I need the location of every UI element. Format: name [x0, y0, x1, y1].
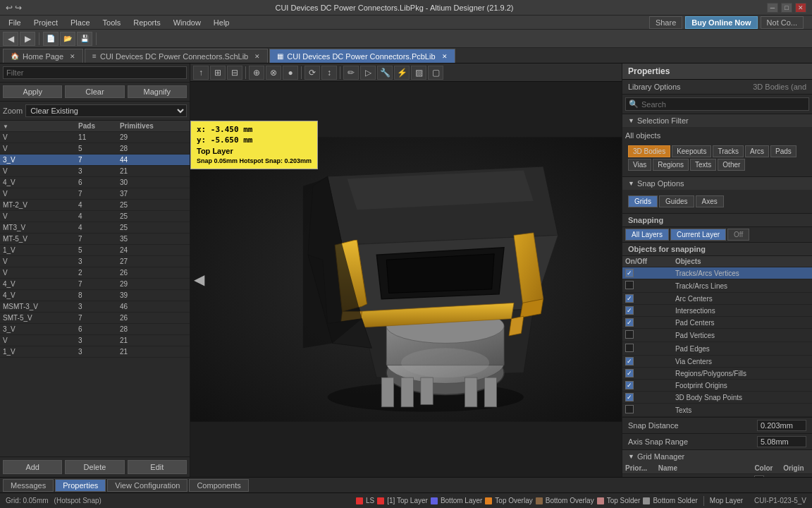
- grid-col-name[interactable]: Name: [656, 463, 752, 474]
- menu-project[interactable]: Project: [28, 16, 63, 30]
- snapping-row[interactable]: Via Centers: [622, 356, 812, 368]
- undo-icon[interactable]: ↩: [6, 3, 13, 13]
- table-row[interactable]: 4_V 7 29: [0, 279, 190, 290]
- snap-current-layer[interactable]: Current Layer: [670, 229, 726, 241]
- filter-tracks[interactable]: Tracks: [713, 145, 744, 157]
- properties-search[interactable]: [641, 100, 806, 109]
- tab-properties[interactable]: Properties: [55, 479, 106, 492]
- pencil-canvas[interactable]: ✏: [343, 66, 359, 80]
- lightning-canvas[interactable]: ⚡: [394, 66, 410, 80]
- filter-other[interactable]: Other: [718, 159, 745, 171]
- snapping-row[interactable]: Intersections: [622, 305, 812, 317]
- table-row[interactable]: SMT-5_V 7 26: [0, 313, 190, 324]
- filter-arcs[interactable]: Arcs: [745, 145, 769, 157]
- table-row[interactable]: V 3 27: [0, 256, 190, 267]
- rect-canvas[interactable]: ▢: [428, 66, 443, 80]
- snapping-row[interactable]: Pad Vertices: [622, 329, 812, 342]
- col-pads[interactable]: Pads: [75, 121, 117, 132]
- table-row[interactable]: V 3 21: [0, 166, 190, 177]
- table-row[interactable]: V 3 21: [0, 335, 190, 346]
- route-button[interactable]: ↑: [193, 66, 209, 80]
- apply-button[interactable]: Apply: [3, 85, 62, 98]
- menu-place[interactable]: Place: [65, 16, 96, 30]
- zoom-select[interactable]: Clear Existing: [25, 104, 187, 117]
- tab-schlib[interactable]: ≡ CUI Devices DC Power Connectors.SchLib…: [85, 49, 268, 63]
- tab-pcblib[interactable]: ▦ CUI Devices DC Power Connectors.PcbLib…: [269, 49, 455, 63]
- tab-home-close[interactable]: ✕: [70, 53, 75, 60]
- rotate-canvas[interactable]: ⟳: [304, 66, 320, 80]
- buy-online-button[interactable]: Buy Online Now: [685, 16, 757, 29]
- col-objects[interactable]: Objects: [672, 256, 812, 267]
- col-name[interactable]: ▼: [0, 121, 75, 132]
- table-row[interactable]: V 11 29: [0, 132, 190, 143]
- table-row[interactable]: V 4 25: [0, 211, 190, 222]
- save-button[interactable]: 💾: [77, 32, 92, 46]
- table-row[interactable]: MT3_V 4 25: [0, 222, 190, 234]
- filter-texts[interactable]: Texts: [690, 159, 716, 171]
- filter-vias[interactable]: Vias: [628, 159, 651, 171]
- forward-button[interactable]: ▶: [20, 32, 35, 46]
- table-row[interactable]: 4_V 8 39: [0, 290, 190, 301]
- snapping-row[interactable]: Regions/Polygons/Fills: [622, 368, 812, 380]
- snap-axes-btn[interactable]: Axes: [696, 195, 724, 207]
- pan-left-arrow[interactable]: ◀: [194, 271, 204, 288]
- snapping-row[interactable]: Track/Arcs Lines: [622, 279, 812, 293]
- via-button[interactable]: ⊟: [227, 66, 242, 80]
- flip-canvas[interactable]: ↕: [321, 66, 337, 80]
- snapping-row[interactable]: Arc Centers: [622, 293, 812, 305]
- table-row[interactable]: 3_V 6 28: [0, 324, 190, 335]
- menu-window[interactable]: Window: [168, 16, 207, 30]
- snap-all-layers[interactable]: All Layers: [625, 229, 669, 241]
- tab-messages[interactable]: Messages: [3, 479, 54, 492]
- table-row[interactable]: MSMT-3_V 3 46: [0, 301, 190, 313]
- snapping-row[interactable]: Pad Edges: [622, 342, 812, 356]
- menu-help[interactable]: Help: [208, 16, 235, 30]
- fit-canvas[interactable]: ●: [283, 66, 298, 80]
- snap-off[interactable]: Off: [727, 229, 749, 241]
- table-row[interactable]: 4_V 6 30: [0, 177, 190, 188]
- close-button[interactable]: ✕: [795, 3, 806, 13]
- snapping-row[interactable]: Pad Centers: [622, 317, 812, 329]
- filter-regions[interactable]: Regions: [653, 159, 689, 171]
- grid-manager-header[interactable]: ▼ Grid Manager: [622, 450, 812, 463]
- menu-tools[interactable]: Tools: [97, 16, 127, 30]
- table-row[interactable]: V 7 37: [0, 188, 190, 200]
- snap-distance-input[interactable]: [757, 420, 806, 431]
- filter-input[interactable]: [3, 66, 187, 79]
- new-button[interactable]: 📄: [43, 32, 59, 46]
- back-button[interactable]: ◀: [3, 32, 18, 46]
- table-row[interactable]: V 2 26: [0, 267, 190, 279]
- zoom-in-canvas[interactable]: ⊕: [249, 66, 264, 80]
- not-connected-button[interactable]: Not Co...: [761, 16, 804, 29]
- tab-home[interactable]: 🏠 Home Page ✕: [3, 49, 83, 63]
- snap-grids-btn[interactable]: Grids: [628, 195, 658, 207]
- edit-component-button[interactable]: Edit: [128, 460, 187, 474]
- tab-components[interactable]: Components: [189, 479, 248, 492]
- redo-icon[interactable]: ↪: [15, 3, 22, 13]
- col-onoff[interactable]: On/Off: [622, 256, 672, 267]
- maximize-button[interactable]: □: [781, 3, 792, 13]
- col-primitives[interactable]: Primitives: [117, 121, 190, 132]
- filter-keepouts[interactable]: Keepouts: [672, 145, 711, 157]
- snap-guides-btn[interactable]: Guides: [659, 195, 694, 207]
- table-row[interactable]: 1_V 5 24: [0, 245, 190, 256]
- minimize-button[interactable]: ─: [767, 3, 778, 13]
- menu-file[interactable]: File: [3, 16, 27, 30]
- play-canvas[interactable]: ▷: [360, 66, 376, 80]
- filter-pads[interactable]: Pads: [770, 145, 796, 157]
- table-row[interactable]: 1_V 3 21: [0, 346, 190, 358]
- grid-col-priority[interactable]: Prior...: [622, 463, 656, 474]
- zoom-out-canvas[interactable]: ⊗: [266, 66, 281, 80]
- table-row[interactable]: MT-2_V 4 25: [0, 200, 190, 211]
- snapping-row[interactable]: 3D Body Snap Points: [622, 392, 812, 404]
- snap-options-header[interactable]: ▼ Snap Options: [622, 177, 812, 190]
- canvas-3d[interactable]: x: -3.450 mm y: -5.650 mm Top Layer Snap…: [190, 82, 622, 477]
- grid-col-origin[interactable]: Origin: [780, 463, 812, 474]
- open-button[interactable]: 📂: [60, 32, 75, 46]
- tools-canvas[interactable]: 🔧: [377, 66, 393, 80]
- magnify-button[interactable]: Magnify: [128, 85, 187, 98]
- tab-schlib-close[interactable]: ✕: [254, 53, 260, 60]
- filter-3d-bodies[interactable]: 3D Bodies: [628, 145, 670, 157]
- snapping-row[interactable]: Texts: [622, 404, 812, 417]
- table-row[interactable]: 3_V 7 44: [0, 155, 190, 166]
